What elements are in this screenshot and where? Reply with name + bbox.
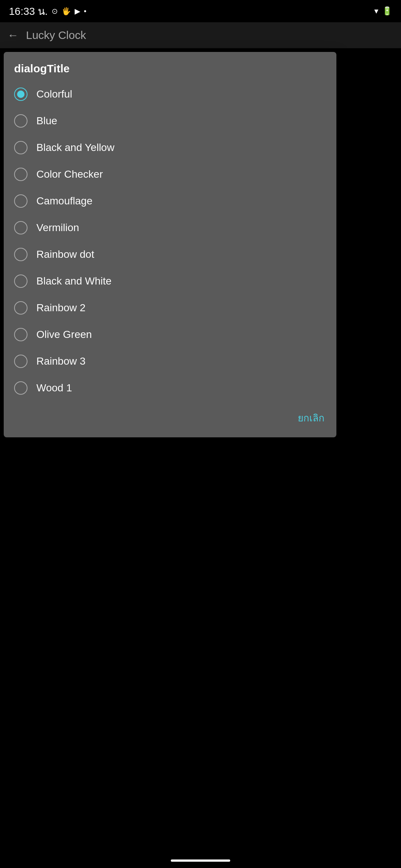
radio-circle <box>14 141 27 154</box>
radio-circle <box>14 328 27 341</box>
radio-item[interactable]: Colorful <box>4 81 336 108</box>
battery-icon: 🔋 <box>382 6 392 16</box>
dialog-actions: ยกเลิก <box>4 401 336 437</box>
radio-circle <box>14 248 27 261</box>
status-time: 16:33 น. <box>9 3 48 19</box>
status-right: ▾ 🔋 <box>374 6 392 16</box>
radio-circle <box>14 274 27 288</box>
dialog-title: dialogTitle <box>4 52 336 81</box>
dialog-inner: dialogTitle ColorfulBlueBlack and Yellow… <box>4 52 336 437</box>
status-icons: ⊙ 🖐 ▶ • <box>52 7 87 16</box>
radio-label: Color Checker <box>36 168 103 180</box>
radio-circle <box>14 88 27 101</box>
notification-icon-3: ▶ <box>75 7 80 16</box>
notification-icon-1: ⊙ <box>52 7 58 16</box>
cancel-button[interactable]: ยกเลิก <box>296 407 326 428</box>
dialog: dialogTitle ColorfulBlueBlack and Yellow… <box>4 52 336 437</box>
radio-item[interactable]: Olive Green <box>4 321 336 348</box>
status-bar: 16:33 น. ⊙ 🖐 ▶ • ▾ 🔋 <box>0 0 401 22</box>
radio-item[interactable]: Rainbow dot <box>4 241 336 268</box>
radio-circle <box>14 168 27 181</box>
radio-label: Rainbow 3 <box>36 355 85 367</box>
radio-circle <box>14 301 27 315</box>
app-title: Lucky Clock <box>26 29 86 42</box>
radio-label: Black and Yellow <box>36 142 114 154</box>
bottom-bar <box>0 853 401 868</box>
radio-item[interactable]: Black and Yellow <box>4 134 336 161</box>
radio-circle <box>14 381 27 395</box>
radio-label: Blue <box>36 115 57 127</box>
radio-label: Rainbow dot <box>36 249 94 260</box>
radio-circle <box>14 194 27 208</box>
radio-item[interactable]: Blue <box>4 108 336 134</box>
dialog-overlay: dialogTitle ColorfulBlueBlack and Yellow… <box>0 48 401 853</box>
radio-item[interactable]: Wood 1 <box>4 375 336 401</box>
radio-list: ColorfulBlueBlack and YellowColor Checke… <box>4 81 336 401</box>
radio-label: Camouflage <box>36 195 92 207</box>
radio-label: Colorful <box>36 88 72 100</box>
radio-item[interactable]: Camouflage <box>4 188 336 214</box>
notification-icon-2: 🖐 <box>62 7 71 16</box>
radio-item[interactable]: Black and White <box>4 268 336 295</box>
radio-circle <box>14 355 27 368</box>
radio-item[interactable]: Vermilion <box>4 214 336 241</box>
back-button[interactable]: ← <box>7 29 19 42</box>
radio-label: Olive Green <box>36 329 92 341</box>
status-left: 16:33 น. ⊙ 🖐 ▶ • <box>9 3 87 19</box>
radio-label: Vermilion <box>36 222 79 234</box>
radio-item[interactable]: Color Checker <box>4 161 336 188</box>
radio-circle <box>14 221 27 234</box>
radio-item[interactable]: Rainbow 3 <box>4 348 336 375</box>
radio-circle <box>14 114 27 128</box>
home-indicator <box>171 859 230 862</box>
dot-icon: • <box>84 7 87 16</box>
radio-item[interactable]: Rainbow 2 <box>4 295 336 321</box>
wifi-icon: ▾ <box>374 6 378 16</box>
radio-label: Black and White <box>36 275 111 287</box>
radio-label: Wood 1 <box>36 382 72 394</box>
radio-label: Rainbow 2 <box>36 302 85 314</box>
app-bar: ← Lucky Clock <box>0 22 401 48</box>
